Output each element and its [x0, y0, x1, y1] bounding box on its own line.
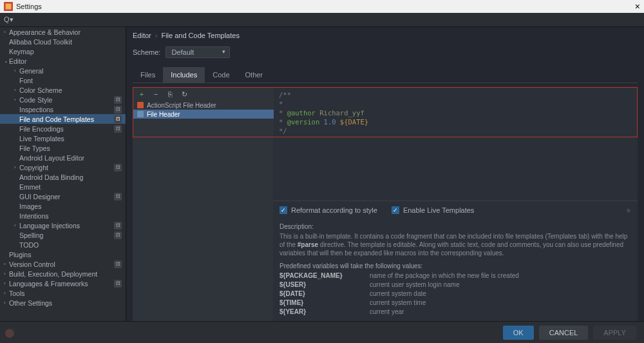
- tree-item[interactable]: File Types: [0, 143, 126, 153]
- settings-tree: ›Appearance & BehaviorAlibaba Cloud Tool…: [0, 27, 126, 321]
- tree-item[interactable]: ›Build, Execution, Deployment: [0, 269, 126, 279]
- template-tabs: FilesIncludesCodeOther: [133, 67, 638, 83]
- crumb-leaf: File and Code Templates: [161, 32, 239, 39]
- project-badge-icon: ⊡: [114, 231, 122, 239]
- template-list-panel-extension: [133, 137, 273, 321]
- options-row: ✓ Reformat according to style ✓ Enable L…: [273, 201, 638, 219]
- tree-item[interactable]: Emmet: [0, 182, 126, 191]
- code-line: /**: [279, 90, 632, 99]
- template-item-label: ActionScript File Header: [147, 102, 216, 109]
- tree-item[interactable]: ›General: [0, 66, 126, 75]
- tree-item[interactable]: ›Color Scheme: [0, 85, 126, 95]
- project-badge-icon: ⊡: [114, 125, 122, 133]
- tree-item[interactable]: Android Data Binding: [0, 172, 126, 182]
- tab-includes[interactable]: Includes: [163, 67, 205, 83]
- tree-item[interactable]: Plugins: [0, 250, 126, 259]
- tree-label: Code Style: [19, 96, 122, 104]
- tree-label: Language Injections: [19, 222, 122, 230]
- tree-label: Languages & Frameworks: [9, 280, 122, 288]
- tree-arrow-icon: ›: [4, 300, 9, 306]
- variables-subtitle: Predefined variables will take the follo…: [279, 262, 631, 270]
- add-icon[interactable]: +: [137, 90, 146, 99]
- cancel-button[interactable]: CANCEL: [539, 326, 589, 340]
- dialog-footer: OK CANCEL APPLY: [0, 321, 644, 343]
- search-icon[interactable]: Q▾: [4, 15, 12, 24]
- tree-item[interactable]: ›Other Settings: [0, 298, 126, 308]
- template-list-panel: + − ⎘ ↻ ActionScript File HeaderFile Hea…: [133, 88, 274, 137]
- code-line: *: [279, 99, 632, 108]
- template-list-item[interactable]: ActionScript File Header: [133, 101, 274, 110]
- resize-grip-icon[interactable]: ≡: [627, 207, 631, 214]
- tree-item[interactable]: File and Code Templates⊡: [0, 114, 126, 124]
- tree-item[interactable]: ›Language Injections⊡: [0, 220, 126, 230]
- description-body: This is a built-in template. It contains…: [279, 232, 631, 257]
- tree-item[interactable]: ›Copyright⊡: [0, 162, 126, 172]
- copy-icon[interactable]: ⎘: [166, 90, 175, 99]
- tree-label: Appearance & Behavior: [9, 28, 122, 36]
- project-badge-icon: ⊡: [114, 96, 122, 104]
- refresh-icon[interactable]: ↻: [180, 90, 189, 99]
- chevron-right-icon: ›: [155, 32, 158, 39]
- tree-arrow-icon: ›: [14, 222, 19, 228]
- status-dot-icon: [5, 329, 14, 338]
- template-editor[interactable]: /** * * @author Richard_yyf * @version 1…: [274, 88, 637, 137]
- reformat-label: Reformat according to style: [291, 206, 377, 214]
- tree-item[interactable]: TODO: [0, 240, 126, 250]
- tree-label: Alibaba Cloud Toolkit: [9, 38, 122, 46]
- scheme-label: Scheme:: [133, 48, 160, 56]
- remove-icon[interactable]: −: [151, 90, 160, 99]
- tree-arrow-icon: ›: [4, 290, 9, 296]
- tree-item[interactable]: Font: [0, 75, 126, 85]
- template-list-item[interactable]: File Header: [133, 110, 274, 119]
- tree-arrow-icon: ›: [4, 261, 9, 267]
- enable-live-templates-checkbox[interactable]: ✓ Enable Live Templates: [392, 206, 474, 214]
- tree-arrow-icon: ⌄: [4, 58, 9, 64]
- project-badge-icon: ⊡: [114, 260, 122, 268]
- checkbox-icon: ✓: [279, 206, 287, 214]
- breadcrumb: Editor › File and Code Templates: [126, 27, 644, 44]
- tree-label: Intentions: [19, 212, 122, 220]
- svg-rect-1: [6, 4, 12, 10]
- ok-button[interactable]: OK: [503, 326, 534, 340]
- project-badge-icon: ⊡: [114, 164, 122, 172]
- variable-desc: current system date: [370, 290, 426, 297]
- tree-item[interactable]: ›Languages & Frameworks⊡: [0, 279, 126, 288]
- tab-other[interactable]: Other: [238, 67, 271, 83]
- tree-item[interactable]: ›Code Style⊡: [0, 95, 126, 104]
- tree-label: General: [19, 67, 122, 75]
- tree-item[interactable]: ›Tools: [0, 288, 126, 298]
- tree-item[interactable]: Keymap: [0, 46, 126, 56]
- tree-item[interactable]: ›Version Control⊡: [0, 259, 126, 269]
- tree-item[interactable]: GUI Designer⊡: [0, 191, 126, 201]
- tree-label: Font: [19, 77, 122, 84]
- tree-arrow-icon: ›: [4, 271, 9, 277]
- variable-desc: name of the package in which the new fil…: [370, 272, 519, 279]
- live-label: Enable Live Templates: [403, 206, 474, 214]
- tree-arrow-icon: ›: [14, 68, 19, 74]
- tree-item[interactable]: ⌄Editor: [0, 56, 126, 66]
- tree-item[interactable]: Images: [0, 201, 126, 211]
- tree-label: Plugins: [9, 251, 122, 259]
- window-title: Settings: [16, 3, 42, 10]
- tree-item[interactable]: ›Appearance & Behavior: [0, 27, 126, 37]
- highlighted-region: + − ⎘ ↻ ActionScript File HeaderFile Hea…: [133, 87, 638, 137]
- tree-item[interactable]: Spelling⊡: [0, 230, 126, 240]
- tree-label: Tools: [9, 289, 122, 297]
- reformat-checkbox[interactable]: ✓ Reformat according to style: [279, 206, 377, 214]
- tree-item[interactable]: Alibaba Cloud Toolkit: [0, 37, 126, 46]
- tree-item[interactable]: Inspections⊡: [0, 104, 126, 114]
- tree-item[interactable]: Android Layout Editor: [0, 153, 126, 162]
- tree-arrow-icon: ›: [4, 29, 9, 35]
- tab-files[interactable]: Files: [133, 67, 163, 83]
- tree-label: Emmet: [19, 183, 122, 191]
- tree-item[interactable]: File Encodings⊡: [0, 124, 126, 133]
- close-icon[interactable]: ×: [635, 1, 640, 12]
- tab-code[interactable]: Code: [205, 67, 237, 83]
- tree-item[interactable]: Intentions: [0, 211, 126, 220]
- scheme-dropdown[interactable]: Default: [166, 46, 230, 58]
- tree-arrow-icon: ›: [14, 87, 19, 93]
- variable-row: ${YEAR}current year: [279, 308, 631, 315]
- tree-label: Color Scheme: [19, 86, 122, 94]
- tree-item[interactable]: Live Templates: [0, 133, 126, 143]
- crumb-root[interactable]: Editor: [133, 32, 151, 39]
